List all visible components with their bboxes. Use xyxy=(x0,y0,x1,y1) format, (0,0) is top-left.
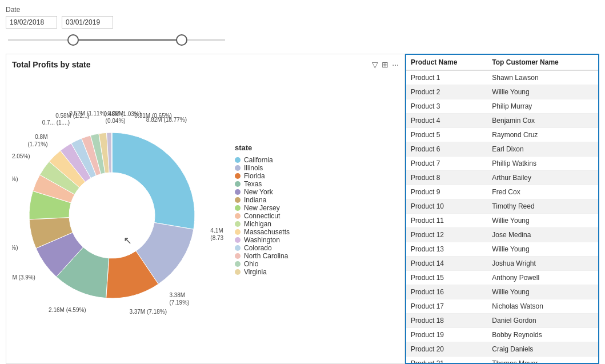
legend-item[interactable]: New Jersey xyxy=(235,204,303,212)
legend-item[interactable]: Texas xyxy=(235,180,303,188)
legend-label: Colorado xyxy=(244,244,272,252)
customer-cell: Arthur Bailey xyxy=(487,171,598,185)
slider-active-track xyxy=(73,39,182,41)
product-cell: Product 17 xyxy=(406,299,487,314)
table-row: Product 11Willie Young xyxy=(406,214,598,228)
legend-dot xyxy=(235,181,241,187)
legend-items: CaliforniaIllinoisFloridaTexasNew YorkIn… xyxy=(235,156,303,276)
product-cell: Product 8 xyxy=(406,171,487,185)
legend-item[interactable]: New York xyxy=(235,188,303,196)
product-cell: Product 9 xyxy=(406,185,487,199)
chart-panel: Total Profits by state ▽ ⊞ ··· 8.82M (18… xyxy=(6,54,405,364)
date-inputs xyxy=(6,16,246,29)
customer-cell: Nicholas Watson xyxy=(487,299,598,314)
legend-label: North Carolina xyxy=(244,252,288,260)
legend-item[interactable]: Ohio xyxy=(235,260,303,268)
table-panel: Product Name Top Customer Name Product 1… xyxy=(405,54,599,364)
legend-item[interactable]: Florida xyxy=(235,172,303,180)
legend-dot xyxy=(235,189,241,195)
legend-label: Indiana xyxy=(244,196,266,204)
legend-dot xyxy=(235,269,241,275)
date-start-input[interactable] xyxy=(6,16,57,29)
table-row: Product 3Philip Murray xyxy=(406,99,598,114)
customer-cell: Fred Cox xyxy=(487,185,598,199)
table-row: Product 7Phillip Watkins xyxy=(406,157,598,171)
product-cell: Product 1 xyxy=(406,70,487,85)
main-container: Date Total Profits by state ▽ ⊞ ··· xyxy=(0,0,605,364)
legend-title: state xyxy=(235,143,303,152)
table-row: Product 9Fred Cox xyxy=(406,185,598,199)
legend-label: Michigan xyxy=(244,220,271,228)
legend-item[interactable]: North Carolina xyxy=(235,252,303,260)
customer-cell: Thomas Meyer xyxy=(487,357,598,365)
table-row: Product 8Arthur Bailey xyxy=(406,171,598,185)
product-cell: Product 11 xyxy=(406,214,487,228)
legend-dot xyxy=(235,221,241,227)
col-customer: Top Customer Name xyxy=(487,55,598,70)
table-row: Product 19Bobby Reynolds xyxy=(406,328,598,342)
table-row: Product 14Joshua Wright xyxy=(406,257,598,271)
donut-segment[interactable] xyxy=(111,133,112,173)
donut-label: 1M (2.12%) xyxy=(12,176,18,182)
legend-dot xyxy=(235,245,241,251)
legend-label: Florida xyxy=(244,172,265,180)
table-row: Product 10Timothy Reed xyxy=(406,199,598,214)
legend-item[interactable]: Illinois xyxy=(235,164,303,172)
filter-icon[interactable]: ▽ xyxy=(372,60,378,69)
legend-item[interactable]: Massachusetts xyxy=(235,228,303,236)
product-cell: Product 16 xyxy=(406,285,487,299)
legend-item[interactable]: Indiana xyxy=(235,196,303,204)
data-table: Product Name Top Customer Name Product 1… xyxy=(406,55,598,364)
legend-label: New Jersey xyxy=(244,204,280,212)
product-cell: Product 12 xyxy=(406,228,487,242)
table-row: Product 21Thomas Meyer xyxy=(406,357,598,365)
donut-label: 0.02M xyxy=(107,110,123,117)
chart-content: 8.82M (18.77%)4.1M(8.73%)3.38M(7.19%)3.3… xyxy=(12,69,399,350)
customer-cell: Craig Daniels xyxy=(487,342,598,357)
legend-item[interactable]: California xyxy=(235,156,303,164)
legend-dot xyxy=(235,197,241,203)
legend-dot xyxy=(235,253,241,259)
table-row: Product 18Daniel Gordon xyxy=(406,314,598,328)
customer-cell: Philip Murray xyxy=(487,99,598,114)
legend-label: Massachusetts xyxy=(244,228,290,236)
donut-segment[interactable] xyxy=(112,133,195,229)
customer-cell: Willie Young xyxy=(487,285,598,299)
product-cell: Product 4 xyxy=(406,114,487,128)
customer-cell: Earl Dixon xyxy=(487,142,598,157)
svg-text:↖: ↖ xyxy=(123,235,132,246)
donut-label: 0.96M (2.05%) xyxy=(12,153,30,159)
legend-dot xyxy=(235,261,241,267)
legend-item[interactable]: Virginia xyxy=(235,268,303,276)
legend-dot xyxy=(235,165,241,171)
table-row: Product 6Earl Dixon xyxy=(406,142,598,157)
date-end-input[interactable] xyxy=(62,16,113,29)
legend-item[interactable]: Connecticut xyxy=(235,212,303,220)
legend-item[interactable]: Washington xyxy=(235,236,303,244)
product-cell: Product 21 xyxy=(406,357,487,365)
donut-svg: 8.82M (18.77%)4.1M(8.73%)3.38M(7.19%)3.3… xyxy=(12,101,223,318)
date-section: Date xyxy=(6,6,246,48)
product-cell: Product 7 xyxy=(406,157,487,171)
product-cell: Product 3 xyxy=(406,99,487,114)
donut-label: (8.73%) xyxy=(210,235,223,241)
more-icon[interactable]: ··· xyxy=(392,60,399,69)
slider-thumb-left[interactable] xyxy=(67,34,79,46)
customer-cell: Benjamin Cox xyxy=(487,114,598,128)
legend-item[interactable]: Michigan xyxy=(235,220,303,228)
legend-label: Texas xyxy=(244,180,262,188)
customer-cell: Jose Medina xyxy=(487,228,598,242)
table-icon[interactable]: ⊞ xyxy=(382,60,388,69)
legend-item[interactable]: Colorado xyxy=(235,244,303,252)
date-label: Date xyxy=(6,6,246,14)
legend-dot xyxy=(235,229,241,235)
legend-dot xyxy=(235,173,241,179)
donut-label: (1.71%) xyxy=(27,141,47,147)
legend-dot xyxy=(235,237,241,243)
legend-label: Virginia xyxy=(244,268,267,276)
customer-cell: Anthony Powell xyxy=(487,271,598,285)
legend-panel: state CaliforniaIllinoisFloridaTexasNew … xyxy=(235,143,303,276)
bottom-area: Total Profits by state ▽ ⊞ ··· 8.82M (18… xyxy=(6,54,599,364)
slider-thumb-right[interactable] xyxy=(176,34,187,46)
date-slider[interactable] xyxy=(8,32,225,48)
